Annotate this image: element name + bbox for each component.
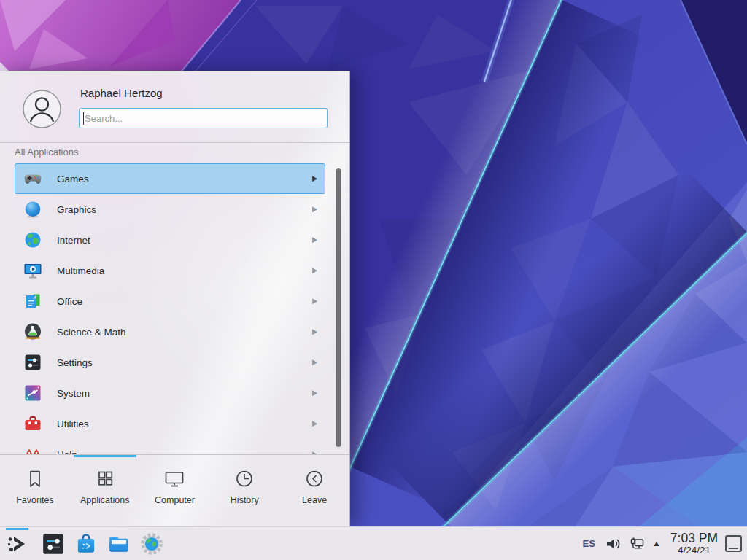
category-row-settings[interactable]: Settings ▶	[15, 347, 325, 378]
keyboard-layout-indicator[interactable]: ES	[583, 538, 595, 549]
search-input[interactable]	[79, 108, 328, 128]
sliders-icon	[23, 353, 42, 372]
clock-icon	[233, 469, 255, 489]
category-row-office[interactable]: Office ▶	[15, 286, 325, 316]
digital-clock[interactable]: 7:03 PM 4/24/21	[670, 532, 718, 556]
tab-applications[interactable]: Applications	[70, 455, 140, 527]
tab-computer[interactable]: Computer	[140, 455, 210, 527]
category-label: Internet	[57, 235, 312, 246]
network-icon[interactable]	[629, 536, 645, 552]
tabbar: Favorites Applications Computer	[0, 455, 349, 527]
tab-label: Leave	[302, 495, 327, 505]
section-label: All Applications	[15, 147, 78, 158]
system-tray: ES ▲ 7:03 PM 4/24/21	[583, 532, 747, 556]
bookmark-icon	[24, 469, 46, 489]
submenu-arrow-icon: ▶	[312, 205, 317, 214]
tray-expand-arrow[interactable]: ▲	[651, 540, 661, 548]
category-label: Multimedia	[57, 265, 312, 276]
category-label: Graphics	[57, 204, 312, 215]
user-name: Raphael Hertzog	[80, 87, 163, 99]
tab-leave[interactable]: Leave	[279, 455, 349, 527]
category-label: Help	[57, 449, 312, 455]
submenu-arrow-icon: ▶	[312, 297, 317, 306]
user-avatar[interactable]	[23, 90, 61, 128]
category-row-help[interactable]: Help ▶	[15, 439, 325, 454]
category-label: Office	[57, 296, 312, 307]
category-label: Utilities	[57, 419, 312, 429]
text-cursor	[83, 112, 84, 125]
system-sliders-icon	[23, 384, 42, 402]
monitor-play-icon	[23, 261, 42, 280]
category-row-multimedia[interactable]: Multimedia ▶	[15, 255, 325, 286]
globe-icon	[23, 230, 42, 249]
taskbar-panel: ES ▲ 7:03 PM 4/24/21	[0, 526, 747, 560]
submenu-arrow-icon: ▶	[312, 174, 317, 183]
app-grid-icon	[94, 469, 116, 489]
clock-date: 4/24/21	[670, 545, 718, 556]
kde-launcher-icon	[5, 532, 28, 556]
documents-icon	[23, 292, 42, 311]
clock-time: 7:03 PM	[670, 532, 718, 545]
submenu-arrow-icon: ▶	[312, 358, 317, 367]
tab-label: Applications	[80, 495, 129, 505]
submenu-arrow-icon: ▶	[312, 419, 317, 428]
application-launcher-button[interactable]	[0, 527, 34, 560]
application-launcher-menu: Raphael Hertzog All Applications Games ▶	[0, 71, 350, 526]
web-browser-launcher[interactable]	[139, 531, 165, 557]
system-settings-launcher[interactable]	[40, 531, 66, 557]
submenu-arrow-icon: ▶	[312, 327, 317, 336]
toolbox-icon	[23, 414, 42, 433]
category-label: Science & Math	[57, 327, 312, 338]
help-markers-icon	[23, 445, 42, 454]
category-row-games[interactable]: Games ▶	[15, 163, 325, 194]
tab-history[interactable]: History	[209, 455, 279, 527]
category-row-science-math[interactable]: Science & Math ▶	[15, 316, 325, 347]
file-manager-launcher[interactable]	[106, 531, 132, 557]
category-label: Games	[57, 174, 312, 184]
submenu-arrow-icon: ▶	[312, 389, 317, 397]
tab-favorites[interactable]: Favorites	[0, 455, 70, 527]
tab-label: Favorites	[16, 495, 53, 505]
volume-icon[interactable]	[605, 536, 621, 552]
tab-label: Computer	[155, 495, 195, 505]
leave-icon	[303, 469, 325, 489]
discover-launcher[interactable]	[73, 531, 99, 557]
category-label: System	[57, 388, 312, 399]
paint-sphere-icon	[23, 200, 42, 219]
active-tab-indicator	[74, 455, 136, 457]
category-label: Settings	[57, 357, 312, 368]
tab-label: History	[231, 495, 259, 505]
show-desktop-button[interactable]	[725, 535, 742, 552]
category-row-system[interactable]: System ▶	[15, 378, 325, 408]
flask-icon	[23, 322, 42, 341]
category-row-graphics[interactable]: Graphics ▶	[15, 194, 325, 225]
submenu-arrow-icon: ▶	[312, 266, 317, 275]
category-row-utilities[interactable]: Utilities ▶	[15, 408, 325, 439]
category-row-internet[interactable]: Internet ▶	[15, 225, 325, 255]
submenu-arrow-icon: ▶	[312, 236, 317, 244]
list-scrollbar[interactable]	[336, 168, 341, 447]
active-launcher-indicator	[6, 528, 28, 530]
header-separator	[0, 142, 349, 143]
category-list: Games ▶ Graphics ▶ Internet ▶	[15, 163, 325, 454]
computer-icon	[163, 469, 185, 489]
gamepad-icon	[23, 169, 42, 188]
